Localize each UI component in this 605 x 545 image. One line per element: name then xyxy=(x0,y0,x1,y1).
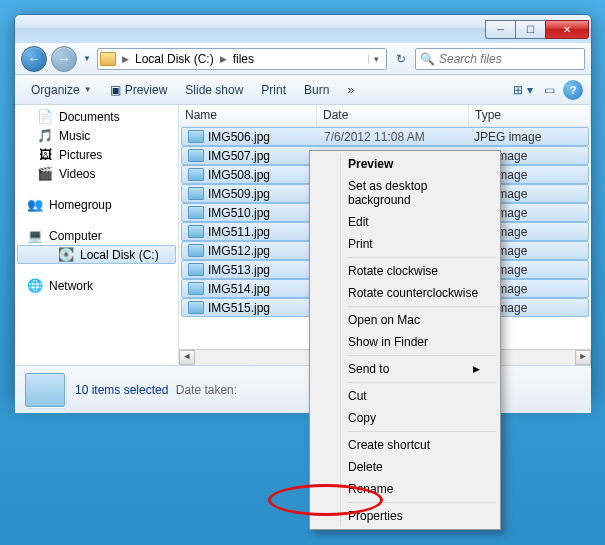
ctx-set-background[interactable]: Set as desktop background xyxy=(340,175,498,211)
column-date[interactable]: Date xyxy=(317,105,469,126)
ctx-send-to[interactable]: Send to▶ xyxy=(340,358,498,380)
ctx-create-shortcut[interactable]: Create shortcut xyxy=(340,434,498,456)
ctx-properties[interactable]: Properties xyxy=(340,505,498,527)
breadcrumb-root[interactable]: Local Disk (C:) xyxy=(131,52,218,66)
organize-menu[interactable]: Organize▼ xyxy=(23,80,100,100)
toolbar-overflow[interactable]: » xyxy=(339,80,362,100)
scroll-right-button[interactable]: ► xyxy=(575,350,591,365)
sidebar-item-documents[interactable]: 📄Documents xyxy=(15,107,178,126)
refresh-button[interactable]: ↻ xyxy=(391,52,411,66)
address-dropdown[interactable]: ▾ xyxy=(368,54,384,64)
network-icon: 🌐 xyxy=(27,278,43,294)
file-name: IMG514.jpg xyxy=(208,282,270,296)
address-bar[interactable]: ▶ Local Disk (C:) ▶ files ▾ xyxy=(97,48,387,70)
date-taken-label: Date taken: xyxy=(176,383,237,397)
ctx-preview[interactable]: Preview xyxy=(340,153,498,175)
maximize-button[interactable]: ☐ xyxy=(515,20,545,39)
nav-history-dropdown[interactable]: ▼ xyxy=(81,50,93,68)
ctx-rotate-cw[interactable]: Rotate clockwise xyxy=(340,260,498,282)
breadcrumb-separator[interactable]: ▶ xyxy=(218,54,229,64)
documents-icon: 📄 xyxy=(37,109,53,125)
file-row[interactable]: IMG506.jpg7/6/2012 11:08 AMJPEG image xyxy=(181,127,589,146)
selection-count: 10 items selected xyxy=(75,383,168,397)
file-name: IMG515.jpg xyxy=(208,301,270,315)
ctx-separator xyxy=(348,431,496,432)
search-input[interactable] xyxy=(439,52,580,66)
image-file-icon xyxy=(188,282,204,295)
image-file-icon xyxy=(188,263,204,276)
folder-icon xyxy=(100,52,116,66)
ctx-rotate-ccw[interactable]: Rotate counterclockwise xyxy=(340,282,498,304)
scroll-left-button[interactable]: ◄ xyxy=(179,350,195,365)
minimize-button[interactable]: ─ xyxy=(485,20,515,39)
file-name: IMG511.jpg xyxy=(208,225,270,239)
sidebar-item-music[interactable]: 🎵Music xyxy=(15,126,178,145)
context-menu: Preview Set as desktop background Edit P… xyxy=(309,150,501,530)
sidebar-item-videos[interactable]: 🎬Videos xyxy=(15,164,178,183)
file-name: IMG510.jpg xyxy=(208,206,270,220)
sidebar-item-pictures[interactable]: 🖼Pictures xyxy=(15,145,178,164)
nav-bar: ← → ▼ ▶ Local Disk (C:) ▶ files ▾ ↻ 🔍 xyxy=(15,43,591,75)
titlebar[interactable]: ─ ☐ ✕ xyxy=(15,15,591,43)
ctx-print[interactable]: Print xyxy=(340,233,498,255)
file-date: 7/6/2012 11:08 AM xyxy=(318,130,468,144)
computer-icon: 💻 xyxy=(27,228,43,244)
pictures-icon: 🖼 xyxy=(37,147,53,163)
file-type: JPEG image xyxy=(468,130,588,144)
image-file-icon xyxy=(188,130,204,143)
file-name: IMG508.jpg xyxy=(208,168,270,182)
file-name: IMG506.jpg xyxy=(208,130,270,144)
search-icon: 🔍 xyxy=(420,52,435,66)
help-button[interactable]: ? xyxy=(563,80,583,100)
column-name[interactable]: Name xyxy=(179,105,317,126)
view-options-button[interactable]: ⊞ ▾ xyxy=(511,79,535,101)
image-file-icon xyxy=(188,187,204,200)
ctx-separator xyxy=(348,502,496,503)
image-file-icon xyxy=(188,244,204,257)
details-pane: 10 items selected Date taken: xyxy=(15,365,591,413)
explorer-window: ─ ☐ ✕ ← → ▼ ▶ Local Disk (C:) ▶ files ▾ … xyxy=(14,14,592,399)
file-name: IMG512.jpg xyxy=(208,244,270,258)
column-headers: Name Date Type xyxy=(179,105,591,127)
sidebar-item-computer[interactable]: 💻Computer xyxy=(15,226,178,245)
file-name: IMG513.jpg xyxy=(208,263,270,277)
ctx-separator xyxy=(348,355,496,356)
file-name: IMG507.jpg xyxy=(208,149,270,163)
drive-icon: 💽 xyxy=(58,247,74,263)
command-bar: Organize▼ ▣ Preview Slide show Print Bur… xyxy=(15,75,591,105)
navigation-pane[interactable]: 📄Documents 🎵Music 🖼Pictures 🎬Videos 👥Hom… xyxy=(15,105,179,365)
image-file-icon xyxy=(188,149,204,162)
breadcrumb-separator[interactable]: ▶ xyxy=(120,54,131,64)
image-file-icon xyxy=(188,168,204,181)
ctx-show-finder[interactable]: Show in Finder xyxy=(340,331,498,353)
preview-button[interactable]: ▣ Preview xyxy=(102,80,176,100)
image-file-icon xyxy=(188,301,204,314)
thumbnail-icon xyxy=(25,373,65,407)
column-type[interactable]: Type xyxy=(469,105,591,126)
image-file-icon xyxy=(188,206,204,219)
homegroup-icon: 👥 xyxy=(27,197,43,213)
ctx-cut[interactable]: Cut xyxy=(340,385,498,407)
ctx-open-mac[interactable]: Open on Mac xyxy=(340,309,498,331)
ctx-separator xyxy=(348,306,496,307)
slideshow-button[interactable]: Slide show xyxy=(177,80,251,100)
back-button[interactable]: ← xyxy=(21,46,47,72)
print-button[interactable]: Print xyxy=(253,80,294,100)
ctx-edit[interactable]: Edit xyxy=(340,211,498,233)
close-button[interactable]: ✕ xyxy=(545,20,589,39)
ctx-delete[interactable]: Delete xyxy=(340,456,498,478)
image-file-icon xyxy=(188,225,204,238)
file-name: IMG509.jpg xyxy=(208,187,270,201)
sidebar-item-homegroup[interactable]: 👥Homegroup xyxy=(15,195,178,214)
videos-icon: 🎬 xyxy=(37,166,53,182)
preview-pane-button[interactable]: ▭ xyxy=(537,79,561,101)
ctx-copy[interactable]: Copy xyxy=(340,407,498,429)
ctx-rename[interactable]: Rename xyxy=(340,478,498,500)
burn-button[interactable]: Burn xyxy=(296,80,337,100)
breadcrumb-current[interactable]: files xyxy=(229,52,258,66)
forward-button[interactable]: → xyxy=(51,46,77,72)
sidebar-item-network[interactable]: 🌐Network xyxy=(15,276,178,295)
search-box[interactable]: 🔍 xyxy=(415,48,585,70)
ctx-separator xyxy=(348,382,496,383)
sidebar-item-localdisk[interactable]: 💽Local Disk (C:) xyxy=(17,245,176,264)
